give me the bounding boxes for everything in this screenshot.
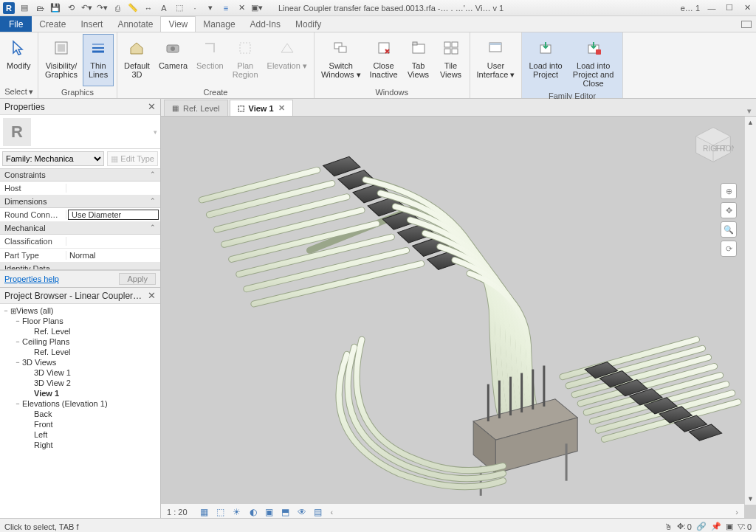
close-tab-icon[interactable]: ✕ [278,103,285,113]
tabs-overflow-icon[interactable]: ▾ [743,106,756,116]
status-face-icon[interactable]: ▣ [726,522,733,531]
qat-3d-icon[interactable]: ⬚ [173,1,186,15]
tree-toggle-icon[interactable]: − [13,359,22,366]
menu-tab-view[interactable]: View [160,16,196,32]
nav-bar[interactable]: ⊕ ✥ 🔍 ⟳ [721,183,738,260]
default-3d-button[interactable]: Default 3D [120,34,154,86]
visibility-graphics-button[interactable]: Visibility/ Graphics [41,34,81,86]
tree-item[interactable]: −Elevations (Elevation 1) [0,398,160,409]
prop-host[interactable]: Host [0,182,160,196]
tile-views-button[interactable]: Tile Views [436,34,467,86]
qat-section-icon[interactable]: ▾ [204,1,217,15]
menu-tab-create[interactable]: Create [32,16,73,32]
status-drag-icon[interactable]: ✥:0 [677,522,692,531]
family-type-select[interactable]: Family: Mechanica [2,151,104,166]
vc-sun-icon[interactable]: ☀ [230,505,244,519]
qat-undo-icon[interactable]: ↶▾ [80,1,93,15]
tree-item[interactable]: Front [0,419,160,429]
vc-visual-icon[interactable]: ⬚ [214,505,227,519]
apply-button[interactable]: Apply [119,273,156,285]
tree-item[interactable]: View 1 [0,388,160,398]
status-link-icon[interactable]: 🔗 [696,522,707,531]
qat-print-icon[interactable]: ⎙ [111,1,124,15]
status-select-icon[interactable]: 🖱 [664,522,673,531]
switch-windows-button[interactable]: Switch Windows ▾ [317,34,365,86]
app-logo-icon[interactable]: R [3,2,15,14]
minimize-button[interactable]: — [706,2,718,14]
edit-type-button[interactable]: ▦ Edit Type [107,151,158,166]
tree-item[interactable]: 3D View 2 [0,378,160,388]
user-interface-button[interactable]: User Interface ▾ [473,34,519,86]
tree-item[interactable]: −⊞ Views (all) [0,305,160,316]
group-dimensions[interactable]: Dimensions⌃ [0,196,160,208]
nav-full-icon[interactable]: ⊕ [721,183,737,199]
menu-tab-modify[interactable]: Modify [288,16,329,32]
close-button[interactable]: ✕ [741,2,753,14]
close-inactive-button[interactable]: Close Inactive [366,34,402,86]
vc-hide-icon[interactable]: 👁 [295,505,309,519]
vc-crop-icon[interactable]: ▣ [263,505,276,519]
scrollbar-vertical[interactable]: ▲▼ [744,117,756,505]
qat-close-hidden-icon[interactable]: ✕ [235,1,248,15]
qat-open-icon[interactable]: ▤ [18,1,31,15]
tree-item[interactable]: Ref. Level [0,347,160,357]
file-tab[interactable]: File [0,16,32,32]
thin-lines-button[interactable]: Thin Lines [83,34,114,86]
load-into-project-button[interactable]: Load into Project [525,34,566,90]
qat-dim-icon[interactable]: ↔ [142,1,155,15]
group-constraints[interactable]: Constraints⌃ [0,169,160,182]
nav-orbit-icon[interactable]: ⟳ [721,241,737,257]
maximize-button[interactable]: ☐ [724,2,735,14]
qat-measure-icon[interactable]: 📏 [126,1,140,15]
close-properties-icon[interactable]: ✕ [148,101,156,112]
view-scale[interactable]: 1 : 20 [167,508,188,517]
qat-save-icon[interactable]: 💾 [49,1,62,15]
group-identity[interactable]: Identity Data [0,263,160,270]
menu-tab-annotate[interactable]: Annotate [110,16,160,32]
nav-zoom-icon[interactable]: 🔍 [721,221,737,238]
qat-thin-icon[interactable]: ≡ [219,1,233,15]
menu-tab-addins[interactable]: Add-Ins [243,16,288,32]
tree-toggle-icon[interactable]: − [1,307,10,314]
tree-item[interactable]: −Ceiling Plans [0,336,160,347]
tree-item[interactable]: −Floor Plans [0,316,160,326]
group-mechanical[interactable]: Mechanical⌃ [0,222,160,235]
tree-item[interactable]: Back [0,409,160,419]
tree-item[interactable]: 3D View 1 [0,367,160,378]
drawing-canvas[interactable]: RIGHTFRONT ⊕ ✥ 🔍 ⟳ ▲▼ 1 : 20 ▦ ⬚ ☀ ◐ ▣ [161,117,756,518]
menu-tab-insert[interactable]: Insert [73,16,110,32]
prop-round-conn[interactable]: Round Conn…Use Diameter [0,208,160,222]
qat-sync-icon[interactable]: ⟲ [64,1,78,15]
vc-shadow-icon[interactable]: ◐ [247,505,260,519]
select-dropdown[interactable]: Select [4,87,27,97]
tab-views-button[interactable]: Tab Views [403,34,434,86]
close-browser-icon[interactable]: ✕ [148,290,156,301]
nav-pan-icon[interactable]: ✥ [721,202,737,218]
ribbon-toggle-icon[interactable] [741,21,752,28]
qat-text-icon[interactable]: A [157,1,171,15]
tree-toggle-icon[interactable]: − [13,400,22,407]
vc-crop2-icon[interactable]: ⬒ [279,505,292,519]
vc-rev-icon[interactable]: ▤ [312,505,325,519]
view-tab-view1[interactable]: ⬚View 1✕ [230,100,293,116]
tree-item[interactable]: −3D Views [0,357,160,367]
tree-item[interactable]: Right [0,440,160,450]
tree-toggle-icon[interactable]: − [13,317,22,325]
camera-button[interactable]: Camera [155,34,191,86]
status-filter-icon[interactable]: ▽:0 [738,522,752,531]
tree-item[interactable]: Ref. Level [0,326,160,336]
tree-item[interactable]: Left [0,429,160,440]
prop-part-type[interactable]: Part TypeNormal [0,249,160,263]
vc-detail-icon[interactable]: ▦ [198,505,211,519]
status-pin-icon[interactable]: 📌 [711,522,721,531]
qat-switch-icon[interactable]: ▣▾ [250,1,264,15]
prop-classification[interactable]: Classification [0,235,160,249]
view-tab-ref-level[interactable]: ▦Ref. Level [164,100,228,116]
properties-help-link[interactable]: Properties help [4,274,59,283]
load-close-button[interactable]: Load into Project and Close [568,34,619,90]
menu-tab-manage[interactable]: Manage [196,16,242,32]
qat-open2-icon[interactable]: 🗁 [33,1,47,15]
view-cube[interactable]: RIGHTFRONT [693,124,734,165]
modify-tool-button[interactable]: Modify [3,34,34,86]
tree-toggle-icon[interactable]: − [13,338,22,345]
